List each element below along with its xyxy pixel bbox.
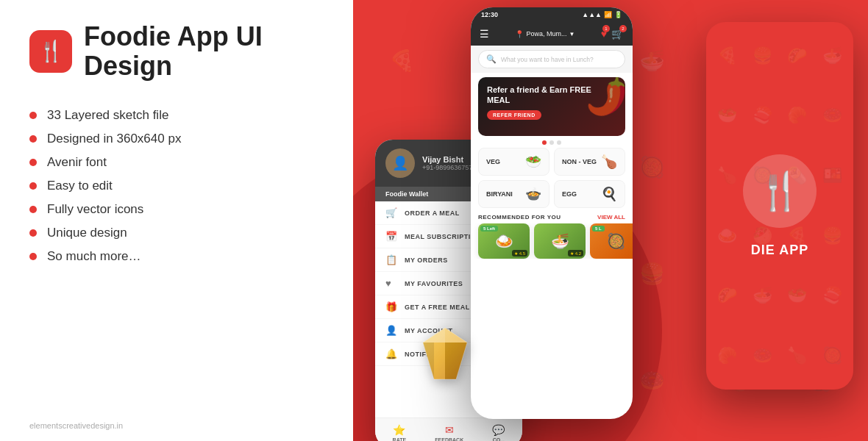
bullet <box>29 206 37 213</box>
left-panel: 🍴 Foodie App UI Design 33 Layered sketch… <box>0 0 353 441</box>
orders-icon: 📋 <box>385 254 397 265</box>
order-icon: 🛒 <box>385 207 397 218</box>
food-emoji-2: 🍜 <box>551 232 569 250</box>
list-item: Unique design <box>29 226 324 240</box>
food-card-2[interactable]: 🍜 ★ 4.2 <box>534 223 586 259</box>
signal-icon: ▲▲▲ <box>582 11 602 18</box>
bullet <box>29 182 37 190</box>
search-section: 🔍 What you want to have in Lunch? <box>471 46 633 73</box>
nav-action-icons: ♥ 1 🛒 2 <box>601 28 624 40</box>
list-item: So much more… <box>29 249 324 264</box>
svg-marker-4 <box>445 343 467 379</box>
food-card-img-1: 🍛 5 Left ★ 4.5 <box>478 223 530 259</box>
food-emoji-1: 🍛 <box>495 232 513 250</box>
wishlist-button[interactable]: ♥ 1 <box>601 28 607 40</box>
promo-banner[interactable]: Refer a friend & Earn FREE MEAL REFER FR… <box>478 77 625 136</box>
right-panel: 🍕🍔🌮🍜🥗🍣 🥐🍩🍗🥘🌯🍱 🍛🥙🍕🍔🌮🍜 🥗🍣🥐🍩🍗🥘 <box>353 0 868 441</box>
category-egg[interactable]: EGG 🍳 <box>554 180 625 208</box>
rate-button[interactable]: ⭐ RATE <box>393 424 407 441</box>
svg-marker-5 <box>423 328 467 343</box>
category-biryani-label: BIRYANI <box>486 190 513 198</box>
list-item: 33 Layered sketch file <box>29 108 324 123</box>
feedback-button[interactable]: ✉ FEEDBACK <box>435 424 463 441</box>
food-categories: VEG 🥗 NON - VEG 🍗 BIRYANI 🍲 EGG 🍳 <box>471 148 633 208</box>
food-card-3[interactable]: 🥘 5 L <box>590 223 633 259</box>
hamburger-icon[interactable]: ☰ <box>480 28 489 40</box>
category-biryani[interactable]: BIRYANI 🍲 <box>478 180 549 208</box>
user-avatar: 👤 <box>385 148 415 178</box>
bullet <box>29 159 37 166</box>
phone-1-footer: ⭐ RATE ✉ FEEDBACK 💬 CO... <box>375 417 522 441</box>
account-icon: 👤 <box>385 325 397 336</box>
location-pin-icon: 📍 <box>515 30 524 38</box>
cart-badge: 2 <box>619 25 627 32</box>
wifi-icon: 📶 <box>604 11 612 18</box>
category-veg[interactable]: VEG 🥗 <box>478 148 549 176</box>
search-bar[interactable]: 🔍 What you want to have in Lunch? <box>478 50 625 68</box>
phone-3-pattern: 🍕🍔🌮🍜 🥗🍣🥐🍩 🍗🥘🌯🍱 🍛🥙🍕🍔 🌮🍜🥗🍣 🥐🍩🍗🥘 <box>706 22 853 390</box>
bullet <box>29 135 37 143</box>
location-text: Powa, Mum... <box>526 30 566 37</box>
bullet <box>29 229 37 237</box>
phone-2: 12:30 ▲▲▲ 📶 🔋 ☰ 📍 Powa, Mum... ▼ ♥ <box>471 7 633 419</box>
food-card-img-3: 🥘 5 L <box>590 223 633 259</box>
banner-content: Refer a friend & Earn FREE MEAL REFER FR… <box>487 85 616 120</box>
menu-label: MY FAVOURITES <box>405 280 463 287</box>
bullet <box>29 253 37 260</box>
category-egg-label: EGG <box>562 190 577 198</box>
category-nonveg[interactable]: NON - VEG 🍗 <box>554 148 625 176</box>
status-time: 12:30 <box>481 11 498 18</box>
app-title: Foodie App UI Design <box>84 22 324 80</box>
menu-label: MEAL SUBSCRIPTION <box>405 233 481 240</box>
food-cards-row: 🍛 5 Left ★ 4.5 🍜 ★ 4.2 🥘 5 L <box>471 223 633 259</box>
search-icon: 🔍 <box>486 54 497 64</box>
dot-3 <box>557 140 561 145</box>
app-header: 🍴 Foodie App UI Design <box>29 22 324 80</box>
logo-box: 🍴 <box>29 30 72 73</box>
features-list: 33 Layered sketch file Designed in 360x6… <box>29 108 324 273</box>
cart-button[interactable]: 🛒 2 <box>611 28 624 40</box>
contact-label: CO... <box>493 437 505 441</box>
svg-marker-2 <box>423 343 434 379</box>
location-display[interactable]: 📍 Powa, Mum... ▼ <box>515 30 574 38</box>
recommended-header: RECOMMENDED FOR YOU VIEW ALL <box>471 211 633 223</box>
search-placeholder: What you want to have in Lunch? <box>501 56 594 63</box>
menu-label: GET A FREE MEAL <box>405 304 470 311</box>
category-veg-label: VEG <box>486 158 500 165</box>
nonveg-icon: 🍗 <box>601 154 617 170</box>
sketch-diamond <box>412 324 478 397</box>
biryani-icon: 🍲 <box>525 186 541 202</box>
banner-title: Refer a friend & Earn FREE MEAL <box>487 85 616 106</box>
contact-button[interactable]: 💬 CO... <box>492 424 505 441</box>
refer-friend-button[interactable]: REFER FRIEND <box>487 110 541 120</box>
food-rating-2: ★ 4.2 <box>568 250 583 257</box>
view-all-button[interactable]: VIEW ALL <box>597 214 625 220</box>
feedback-label: FEEDBACK <box>435 437 463 441</box>
battery-icon: 🔋 <box>614 11 622 18</box>
status-bar: 12:30 ▲▲▲ 📶 🔋 <box>471 7 633 22</box>
notification-icon: 🔔 <box>385 348 397 359</box>
phone-3: 🍕🍔🌮🍜 🥗🍣🥐🍩 🍗🥘🌯🍱 🍛🥙🍕🍔 🌮🍜🥗🍣 🥐🍩🍗🥘 🍴 DIE APP <box>706 22 853 390</box>
food-rating-1: ★ 4.5 <box>512 250 527 257</box>
food-card-1[interactable]: 🍛 5 Left ★ 4.5 <box>478 223 530 259</box>
egg-icon: 🍳 <box>601 186 617 202</box>
list-item: Avenir font <box>29 155 324 170</box>
recommended-title: RECOMMENDED FOR YOU <box>478 214 561 220</box>
rate-label: RATE <box>393 437 407 441</box>
nav-bar: ☰ 📍 Powa, Mum... ▼ ♥ 1 🛒 2 <box>471 22 633 46</box>
food-emoji-3: 🥘 <box>607 232 625 250</box>
watermark: elementscreativedesign.in <box>29 421 123 430</box>
logo-icon: 🍴 <box>38 39 64 63</box>
menu-label: MY ORDERS <box>405 257 448 264</box>
feedback-icon: ✉ <box>445 424 454 436</box>
status-icons: ▲▲▲ 📶 🔋 <box>582 11 622 18</box>
dot-2 <box>549 140 554 145</box>
rate-icon: ⭐ <box>393 424 405 436</box>
menu-label: ORDER A MEAL <box>405 209 460 217</box>
food-card-img-2: 🍜 ★ 4.2 <box>534 223 586 259</box>
wishlist-badge: 1 <box>602 25 610 32</box>
banner-dots <box>471 140 633 145</box>
chevron-down-icon: ▼ <box>569 31 574 37</box>
food-tag-3: 5 L <box>592 226 605 232</box>
veg-icon: 🥗 <box>525 154 541 170</box>
